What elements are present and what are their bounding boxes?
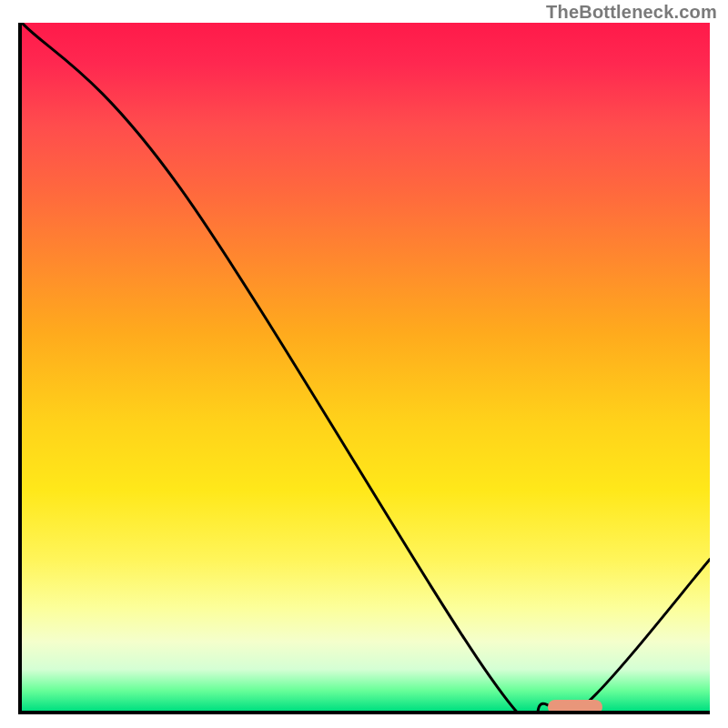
plot-area — [18, 23, 710, 714]
watermark-text: TheBottleneck.com — [546, 2, 717, 23]
gradient-background — [22, 23, 710, 711]
chart-container: TheBottleneck.com — [0, 0, 728, 728]
optimal-marker — [548, 700, 603, 714]
